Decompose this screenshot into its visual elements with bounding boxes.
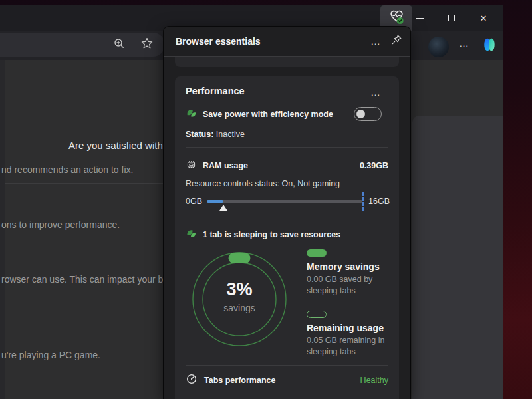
copilot-icon bbox=[480, 45, 499, 56]
close-icon: ✕ bbox=[480, 13, 487, 23]
page-text-fragment: rowser can use. This can impact your bro… bbox=[1, 274, 178, 285]
ram-usage-label: RAM usage bbox=[203, 161, 248, 170]
minimize-icon bbox=[416, 18, 424, 19]
performance-more-button[interactable]: … bbox=[367, 83, 384, 100]
window-controls: ✕ bbox=[412, 5, 497, 31]
close-button[interactable]: ✕ bbox=[476, 11, 491, 25]
ellipsis-icon: … bbox=[370, 86, 381, 98]
pin-icon bbox=[390, 33, 403, 49]
slider-min-label: 0GB bbox=[186, 197, 202, 206]
memory-savings-swatch bbox=[307, 249, 327, 257]
legend-item-remaining-usage: Remaining usage 0.05 GB remaining in sle… bbox=[307, 311, 393, 357]
divider bbox=[186, 219, 388, 219]
flyout-title: Browser essentials bbox=[176, 36, 261, 47]
page-heading: Are you satisfied with pe bbox=[68, 140, 177, 151]
favorites-button[interactable] bbox=[140, 37, 154, 52]
sleeping-tabs-label: 1 tab is sleeping to save resources bbox=[203, 230, 340, 239]
page-text-fragment: u're playing a PC game. bbox=[1, 350, 100, 360]
efficiency-mode-label: Save power with efficiency mode bbox=[203, 110, 333, 119]
sleeping-tabs-row: 1 tab is sleeping to save resources bbox=[186, 228, 388, 241]
slider-marker[interactable] bbox=[219, 205, 227, 211]
remaining-usage-title: Remaining usage bbox=[307, 323, 393, 333]
zoom-in-icon bbox=[112, 37, 126, 53]
remaining-usage-desc: 0.05 GB remaining in sleeping tabs bbox=[307, 335, 388, 357]
slider-fill bbox=[207, 200, 223, 203]
savings-caption: savings bbox=[191, 303, 288, 313]
gauge-icon bbox=[186, 373, 198, 388]
toggle-knob bbox=[356, 110, 365, 118]
maximize-icon bbox=[448, 15, 455, 21]
pin-button[interactable] bbox=[388, 33, 404, 49]
ram-chip-icon bbox=[186, 159, 197, 173]
performance-title: Performance bbox=[186, 86, 245, 96]
donut-center-text: 3% savings bbox=[191, 280, 288, 313]
memory-savings-title: Memory savings bbox=[307, 261, 393, 272]
flyout-header: Browser essentials … bbox=[164, 27, 410, 56]
settings-more-button[interactable]: … bbox=[456, 35, 472, 51]
browser-essentials-flyout: Browser essentials … Performance … bbox=[164, 27, 410, 399]
status-label: Status: bbox=[186, 130, 213, 139]
slider-track[interactable] bbox=[207, 200, 362, 203]
memory-savings-desc: 0.00 GB saved by sleeping tabs bbox=[307, 274, 388, 296]
minimize-button[interactable] bbox=[412, 11, 427, 25]
tabs-performance-value: Healthy bbox=[360, 376, 388, 385]
performance-card: Performance … Save power with efficiency… bbox=[175, 76, 399, 399]
desktop: ✕ … bbox=[0, 0, 532, 399]
maximize-button[interactable] bbox=[444, 11, 459, 25]
savings-percent: 3% bbox=[191, 280, 288, 300]
efficiency-status: Status: Inactive bbox=[186, 130, 245, 139]
slider-max-label: 16GB bbox=[368, 197, 390, 206]
ram-usage-value: 0.39GB bbox=[360, 161, 388, 170]
divider bbox=[186, 147, 388, 148]
page-text-fragment: nd recommends an action to fix. bbox=[1, 164, 133, 175]
ram-usage-row: RAM usage 0.39GB bbox=[186, 159, 388, 172]
efficiency-mode-row: Save power with efficiency mode bbox=[186, 106, 388, 123]
zoom-button[interactable] bbox=[112, 37, 126, 52]
scrolled-card-bottom bbox=[175, 57, 399, 67]
divider bbox=[186, 365, 388, 366]
legend-item-memory-savings: Memory savings 0.00 GB saved by sleeping… bbox=[307, 249, 393, 296]
browser-essentials-heart-icon bbox=[388, 8, 406, 29]
copilot-button[interactable] bbox=[480, 35, 499, 54]
flyout-more-button[interactable]: … bbox=[367, 32, 384, 49]
star-icon bbox=[140, 37, 154, 53]
slider-limit-line bbox=[362, 192, 364, 211]
efficiency-mode-toggle[interactable] bbox=[354, 107, 382, 121]
efficiency-leaf-heart-icon bbox=[186, 108, 197, 122]
savings-donut-chart: 3% savings bbox=[191, 251, 288, 348]
remaining-usage-swatch bbox=[307, 311, 327, 318]
donut-legend: Memory savings 0.00 GB saved by sleeping… bbox=[307, 249, 393, 357]
status-value: Inactive bbox=[216, 130, 245, 139]
page-text-fragment: ons to improve performance. bbox=[1, 219, 120, 230]
ellipsis-icon: … bbox=[459, 37, 469, 49]
ellipsis-icon: … bbox=[370, 35, 381, 47]
tabs-performance-row[interactable]: Tabs performance Healthy bbox=[186, 373, 390, 388]
profile-avatar[interactable] bbox=[428, 37, 449, 57]
sidebar-panel bbox=[412, 116, 503, 399]
resource-controls-status: Resource controls status: On, Not gaming bbox=[186, 179, 340, 188]
leaf-icon bbox=[186, 228, 197, 242]
ram-slider: 0GB 16GB bbox=[186, 194, 390, 209]
tabs-performance-label: Tabs performance bbox=[204, 376, 275, 385]
